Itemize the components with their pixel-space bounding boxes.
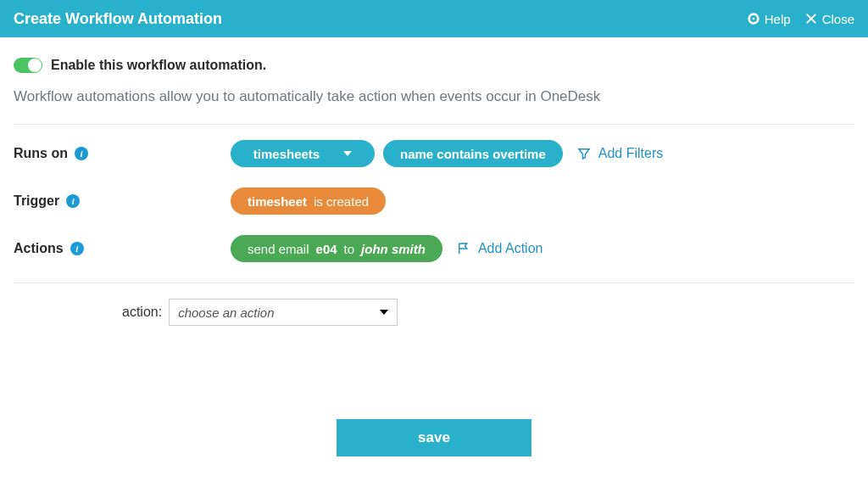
trigger-label: Trigger — [14, 193, 59, 209]
info-icon[interactable]: i — [75, 147, 88, 160]
filter-icon — [576, 146, 592, 161]
runs-on-body: timesheets name contains overtime Add Fi… — [231, 140, 663, 167]
trigger-subject: timesheet — [248, 194, 307, 209]
add-filters-label: Add Filters — [598, 146, 663, 161]
divider — [14, 283, 854, 283]
runs-on-label-cell: Runs on i — [14, 146, 231, 161]
enable-toggle[interactable] — [14, 58, 42, 73]
runs-on-label: Runs on — [14, 146, 68, 161]
runs-on-filter-pill[interactable]: name contains overtime — [383, 140, 563, 167]
action-select[interactable]: choose an action — [169, 299, 398, 326]
trigger-pill[interactable]: timesheet is created — [231, 188, 386, 215]
actions-label: Actions — [14, 241, 64, 256]
action-to: to — [344, 242, 355, 256]
info-icon[interactable]: i — [70, 242, 84, 255]
add-action-label: Add Action — [478, 241, 543, 256]
divider — [14, 124, 854, 125]
enable-row: Enable this workflow automation. — [14, 58, 854, 73]
add-filters-button[interactable]: Add Filters — [576, 146, 663, 161]
close-button[interactable]: Close — [804, 12, 854, 26]
dialog-header: Create Workflow Automation Help Close — [0, 0, 868, 37]
trigger-body: timesheet is created — [231, 188, 386, 215]
action-selector-label: action: — [122, 305, 162, 320]
info-icon[interactable]: i — [66, 194, 80, 208]
chevron-down-icon — [343, 151, 352, 156]
action-email-code: e04 — [316, 242, 337, 256]
actions-row: Actions i send email e04 to john smith A… — [14, 235, 854, 262]
trigger-label-cell: Trigger i — [14, 193, 231, 209]
trigger-verb: is created — [314, 194, 369, 209]
runs-on-filter-text: name contains overtime — [400, 147, 546, 161]
description-text: Workflow automations allow you to automa… — [14, 88, 854, 105]
dialog-body: Enable this workflow automation. Workflo… — [0, 37, 868, 456]
flag-icon — [456, 241, 471, 256]
svg-point-0 — [752, 18, 754, 20]
chevron-down-icon — [380, 310, 388, 315]
save-row: save — [14, 419, 854, 456]
trigger-row: Trigger i timesheet is created — [14, 188, 854, 215]
save-button[interactable]: save — [337, 419, 531, 456]
enable-label: Enable this workflow automation. — [51, 58, 266, 73]
actions-body: send email e04 to john smith Add Action — [231, 235, 542, 262]
runs-on-row: Runs on i timesheets name contains overt… — [14, 140, 854, 167]
action-pill[interactable]: send email e04 to john smith — [231, 235, 442, 262]
runs-on-type-pill[interactable]: timesheets — [231, 140, 375, 167]
actions-label-cell: Actions i — [14, 241, 231, 256]
close-icon — [804, 12, 818, 25]
help-icon — [747, 12, 760, 25]
help-label: Help — [765, 12, 791, 26]
action-verb: send email — [248, 242, 309, 256]
action-selector-row: action: choose an action — [14, 299, 854, 326]
close-label: Close — [822, 12, 854, 26]
add-action-button[interactable]: Add Action — [456, 241, 543, 256]
runs-on-type-text: timesheets — [253, 147, 320, 161]
action-recipient: john smith — [361, 242, 426, 256]
action-select-placeholder: choose an action — [178, 305, 274, 320]
help-button[interactable]: Help — [747, 12, 791, 26]
header-actions: Help Close — [747, 12, 854, 26]
dialog-title: Create Workflow Automation — [14, 10, 222, 28]
